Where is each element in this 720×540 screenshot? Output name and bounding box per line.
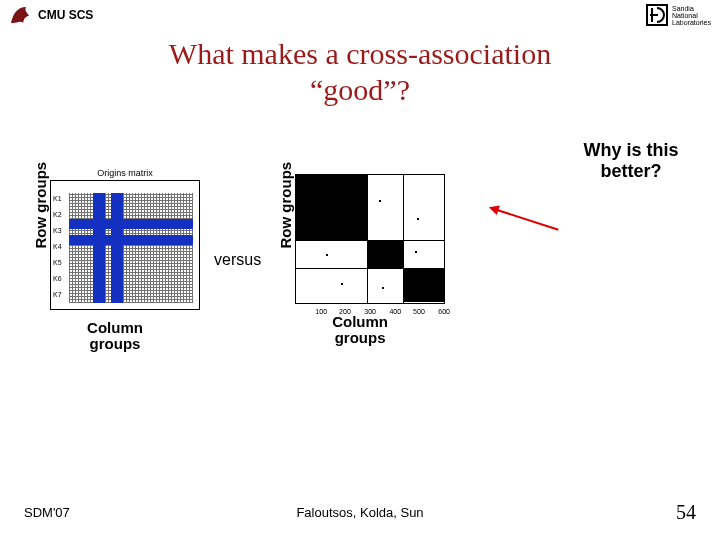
left-ylabel: Row groups bbox=[32, 229, 49, 249]
slide-title: What makes a cross-association “good”? bbox=[0, 36, 720, 108]
left-chart-block: Row groups Origins matrix K1 K2 K3 K4 K5… bbox=[30, 168, 200, 353]
right-ylabel: Row groups bbox=[277, 229, 294, 249]
versus-label: versus bbox=[214, 251, 261, 269]
footer-center: Faloutsos, Kolda, Sun bbox=[296, 505, 423, 520]
title-line-1: What makes a cross-association bbox=[169, 37, 551, 70]
title-line-2: “good”? bbox=[310, 73, 410, 106]
slide-header: CMU SCS Sandia National Laboratories bbox=[0, 0, 720, 30]
right-chart-block: Row groups 100 200 300 400 bbox=[275, 174, 445, 347]
right-heatmap: 100 200 300 400 500 600 bbox=[295, 174, 445, 304]
sandia-icon: Sandia National Laboratories bbox=[645, 3, 712, 27]
header-org: CMU SCS bbox=[38, 8, 93, 22]
left-heatmap: K1 K2 K3 K4 K5 K6 K7 bbox=[50, 180, 200, 310]
right-xlabel: Column groups bbox=[325, 314, 395, 347]
left-chart-subtitle: Origins matrix bbox=[50, 168, 200, 178]
footer-left: SDM'07 bbox=[24, 505, 70, 520]
slide-footer: SDM'07 Faloutsos, Kolda, Sun 54 bbox=[0, 501, 720, 524]
sandia-label: Sandia National Laboratories bbox=[672, 5, 712, 26]
annotation-callout: Why is this better? bbox=[556, 140, 706, 182]
left-xlabel: Column groups bbox=[80, 320, 150, 353]
griffin-icon bbox=[8, 3, 32, 27]
charts-row: Row groups Origins matrix K1 K2 K3 K4 K5… bbox=[30, 160, 690, 360]
page-number: 54 bbox=[676, 501, 696, 524]
